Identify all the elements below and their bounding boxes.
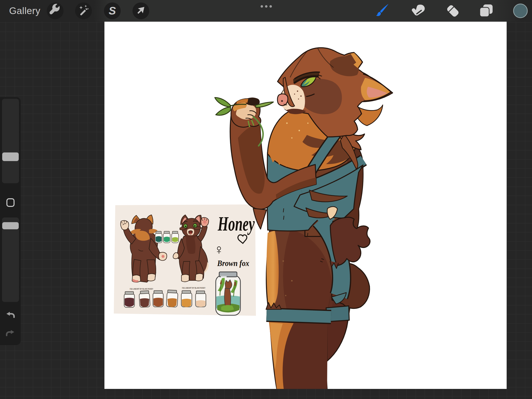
svg-text:♀: ♀: [214, 242, 224, 257]
svg-text:Brown fox: Brown fox: [217, 259, 249, 268]
svg-text:S: S: [109, 5, 116, 17]
svg-text:F2U LINEART BY BLAKE ROSEY: F2U LINEART BY BLAKE ROSEY: [130, 288, 153, 290]
svg-text:Honey: Honey: [217, 213, 255, 235]
svg-text:F2U LINEART BY BLAKE ROSEY: F2U LINEART BY BLAKE ROSEY: [182, 287, 205, 289]
